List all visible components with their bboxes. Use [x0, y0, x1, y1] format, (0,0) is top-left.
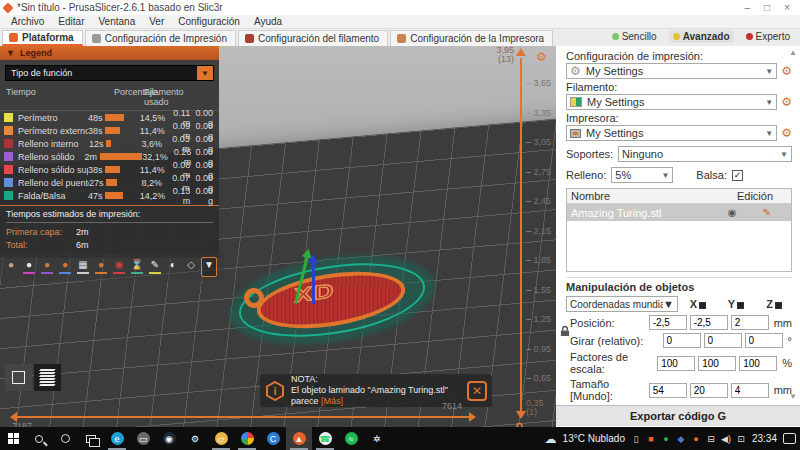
eye-icon[interactable]: ◉: [717, 207, 747, 218]
shells-icon[interactable]: ◐: [165, 257, 181, 277]
search-button[interactable]: [26, 427, 52, 450]
weather-text[interactable]: 13°C Nublado: [563, 433, 625, 444]
viewport-3d[interactable]: XD ▼ Legend Tipo de función ▼ Tiempo Por…: [0, 46, 556, 427]
mode-experto[interactable]: Experto: [742, 30, 794, 43]
slider-right-arrow[interactable]: [469, 412, 476, 422]
size-x-input[interactable]: [649, 383, 687, 398]
scale-x-input[interactable]: [657, 356, 695, 371]
weather-icon[interactable]: ☁: [545, 432, 557, 446]
maximize-button[interactable]: □: [764, 2, 770, 13]
feature-type-icon[interactable]: ●: [3, 257, 19, 277]
custom-gcode-icon[interactable]: ✎: [147, 257, 163, 277]
task-view-button[interactable]: [78, 427, 104, 450]
view-layers-button[interactable]: [34, 364, 61, 391]
printer-gear-button[interactable]: ⚙: [781, 127, 792, 139]
size-label: Tamaño [Mundo]:: [566, 378, 649, 402]
seams-icon[interactable]: ●: [21, 257, 37, 277]
scale-y-input[interactable]: [698, 356, 736, 371]
color-print-icon[interactable]: ●: [39, 257, 55, 277]
view-3d-button[interactable]: [5, 364, 32, 391]
cashback-icon[interactable]: ●: [661, 434, 671, 444]
layer-down-arrow[interactable]: [516, 411, 526, 419]
menu-item-archivo[interactable]: Archivo: [4, 16, 51, 27]
rotate-z-input[interactable]: [745, 333, 783, 348]
position-x-input[interactable]: [649, 315, 687, 330]
code-app-icon[interactable]: C: [260, 427, 286, 450]
color-changes-icon[interactable]: ◉: [111, 257, 127, 277]
rotate-x-input[interactable]: [663, 333, 701, 348]
notification-center-icon[interactable]: [783, 433, 796, 444]
object-row[interactable]: Amazing Turing.stl ◉ ✎: [567, 204, 791, 221]
volume-icon[interactable]: ◀): [721, 434, 731, 444]
start-button[interactable]: [0, 427, 26, 450]
whatsapp-icon[interactable]: ☎: [312, 427, 338, 450]
chrome-icon[interactable]: [234, 427, 260, 450]
filament-dropdown[interactable]: My Settings ▼: [566, 94, 777, 110]
slider-gear-icon[interactable]: ⚙: [536, 50, 547, 64]
mode-sencillo[interactable]: Sencillo: [608, 30, 661, 43]
prusaslicer-icon[interactable]: ▲: [286, 427, 312, 450]
scale-z-input[interactable]: [739, 356, 777, 371]
raft-checkbox[interactable]: ✓: [732, 170, 743, 181]
edit-icon[interactable]: ✎: [747, 207, 787, 218]
tab-bar: PlataformaConfiguración de ImpresiónConf…: [0, 29, 800, 46]
rotate-y-input[interactable]: [704, 333, 742, 348]
clock[interactable]: 23:34: [752, 433, 777, 444]
filament-gear-button[interactable]: ⚙: [781, 96, 792, 108]
tab-plataforma[interactable]: Plataforma: [2, 30, 83, 46]
travel-icon[interactable]: ◇: [183, 257, 199, 277]
firefox-tray-icon[interactable]: ●: [691, 434, 701, 444]
infill-dropdown[interactable]: 5% ▼: [611, 167, 673, 183]
printer-dropdown[interactable]: My Settings ▼: [566, 125, 777, 141]
mode-avanzado[interactable]: Avanzado: [669, 30, 734, 43]
print-settings-dropdown[interactable]: ⚙ My Settings ▼: [566, 63, 777, 79]
deretractions-icon[interactable]: ●: [93, 257, 109, 277]
menu-item-editar[interactable]: Editar: [51, 16, 91, 27]
size-y-input[interactable]: [690, 383, 728, 398]
network-icon[interactable]: ⊡: [736, 434, 746, 444]
tool-change-icon[interactable]: ●: [57, 257, 73, 277]
prusaslicer-tray-icon[interactable]: ■: [646, 434, 656, 444]
position-z-input[interactable]: [731, 315, 769, 330]
coordinates-dropdown[interactable]: Coordenadas mundial ▼: [566, 296, 678, 312]
position-y-input[interactable]: [690, 315, 728, 330]
phone-icon[interactable]: ▯: [631, 434, 641, 444]
cortana-button[interactable]: [52, 427, 78, 450]
layer-slider[interactable]: 3,95 (13) ⚙ 3,653,353,052,752,452,151,85…: [494, 46, 556, 427]
layer-tick: 0,95: [526, 344, 551, 354]
scroll-up-icon[interactable]: ▲: [789, 48, 797, 57]
size-z-input[interactable]: [731, 383, 769, 398]
rotate-unit: °: [788, 335, 792, 347]
note-close-button[interactable]: ✕: [467, 381, 487, 401]
menu-item-ver[interactable]: Ver: [142, 16, 171, 27]
misc-app-icon[interactable]: ✲: [364, 427, 390, 450]
view-type-dropdown[interactable]: Tipo de función ▼: [5, 65, 214, 81]
tab-configuración-del-filamento[interactable]: Configuración del filamento: [238, 30, 388, 46]
edge-icon[interactable]: e: [104, 427, 130, 450]
layer-up-arrow[interactable]: [516, 48, 526, 56]
steam-icon[interactable]: ◉: [156, 427, 182, 450]
menu-item-ayuda[interactable]: Ayuda: [247, 16, 289, 27]
usb-icon[interactable]: ⊟: [706, 434, 716, 444]
file-explorer-icon[interactable]: ▱: [208, 427, 234, 450]
supports-dropdown[interactable]: Ninguno ▼: [618, 146, 792, 162]
menu-item-configuración[interactable]: Configuración: [171, 16, 247, 27]
pause-prints-icon[interactable]: ⌛: [129, 257, 145, 277]
export-gcode-button[interactable]: Exportar código G: [556, 405, 800, 426]
tab-configuración-de-la-impresora[interactable]: Configuración de la Impresora: [390, 30, 553, 46]
note-more-link[interactable]: [Más]: [321, 396, 343, 406]
uniform-scale-lock-icon[interactable]: [560, 325, 570, 337]
settings-gear-icon[interactable]: ⚙: [182, 427, 208, 450]
print-settings-gear-button[interactable]: ⚙: [781, 65, 792, 77]
antivirus-icon[interactable]: ◆: [676, 434, 686, 444]
minimize-button[interactable]: –: [745, 2, 751, 13]
retractions-icon[interactable]: ▦: [75, 257, 91, 277]
spotify-icon[interactable]: ≈: [338, 427, 364, 450]
collapse-arrow-icon[interactable]: ▼: [6, 48, 15, 58]
menu-item-ventana[interactable]: Ventana: [91, 16, 142, 27]
moves-slider[interactable]: 7187 7614: [10, 414, 476, 427]
mail-icon[interactable]: ▭: [130, 427, 156, 450]
tab-configuración-de-impresión[interactable]: Configuración de Impresión: [85, 30, 236, 46]
legend-pin-icon[interactable]: ▼: [201, 257, 217, 277]
close-button[interactable]: ×: [784, 2, 790, 13]
